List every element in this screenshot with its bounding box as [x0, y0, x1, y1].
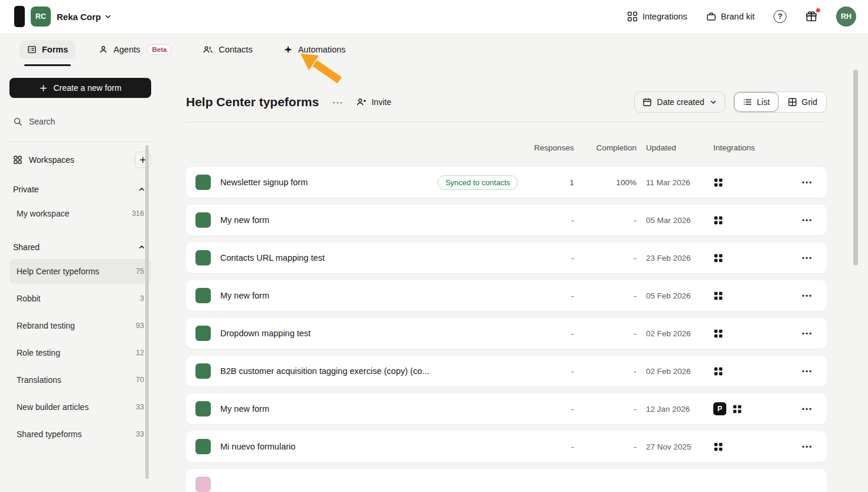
org-avatar[interactable]: RC — [31, 6, 51, 27]
section-shared-label: Shared — [13, 242, 40, 252]
integration-icon[interactable] — [713, 442, 723, 452]
table-row[interactable]: My new form - - 12 Jan 2026 P ••• — [186, 393, 827, 424]
sort-dropdown[interactable]: Date created — [634, 91, 725, 113]
table-row[interactable]: Contacts URL mapping test - - 23 Feb 202… — [186, 242, 827, 273]
sidebar-item-my-workspace[interactable]: My workspace 316 — [9, 201, 151, 226]
user-avatar[interactable]: RH — [836, 6, 856, 27]
integration-icon[interactable] — [713, 366, 723, 376]
table-row[interactable]: Dropdown mapping test - - 02 Feb 2026 ••… — [186, 318, 827, 349]
table-row[interactable]: B2B customer acquisition tagging exercis… — [186, 356, 827, 386]
responses-value: - — [524, 329, 574, 338]
row-more-button[interactable]: ••• — [788, 367, 827, 376]
search-placeholder: Search — [29, 117, 55, 126]
sidebar-item-rebrand-testing[interactable]: Rebrand testing 93 — [9, 313, 151, 338]
row-more-button[interactable]: ••• — [788, 329, 827, 338]
column-responses: Responses — [524, 143, 574, 152]
view-list-button[interactable]: List — [734, 92, 779, 112]
table-row[interactable]: My new form - - 05 Feb 2026 ••• — [186, 280, 827, 311]
form-name[interactable]: Mi nuevo formulario — [220, 442, 295, 451]
brand-kit-link[interactable]: Brand kit — [706, 12, 755, 22]
workspace-count: 70 — [136, 376, 144, 384]
row-more-button[interactable]: ••• — [788, 405, 827, 414]
workspace-count: 316 — [132, 209, 144, 218]
partner-integration-badge[interactable]: P — [713, 402, 726, 415]
sidebar-item-translations[interactable]: Translations 70 — [9, 368, 151, 392]
completion-value: 100% — [574, 178, 637, 187]
create-form-button[interactable]: Create a new form — [9, 78, 151, 98]
tab-forms-label: Forms — [42, 45, 68, 54]
view-list-label: List — [757, 97, 770, 107]
tab-contacts[interactable]: Contacts — [195, 33, 260, 66]
table-row[interactable]: Mi nuevo formulario - - 27 Nov 2025 ••• — [186, 431, 827, 462]
sidebar-item-help-center-typeforms[interactable]: Help Center typeforms 75 — [9, 259, 151, 284]
create-form-label: Create a new form — [53, 83, 121, 93]
form-thumbnail — [195, 363, 211, 379]
table-row[interactable] — [186, 469, 827, 492]
whats-new-button[interactable] — [805, 11, 817, 22]
section-private[interactable]: Private — [9, 180, 151, 199]
updated-value: 12 Jan 2026 — [637, 405, 713, 414]
tab-automations[interactable]: Automations — [276, 33, 354, 66]
form-name[interactable]: B2B customer acquisition tagging exercis… — [220, 366, 429, 376]
integration-icon[interactable] — [713, 215, 723, 225]
tab-forms[interactable]: Forms — [19, 33, 76, 66]
integration-icon[interactable] — [713, 291, 723, 301]
primary-nav: Forms Agents Beta Contacts Automations — [0, 33, 868, 66]
form-thumbnail — [195, 212, 211, 228]
form-name[interactable]: My new form — [220, 404, 269, 414]
updated-value: 05 Feb 2026 — [637, 291, 713, 300]
search-input[interactable]: Search — [9, 112, 151, 131]
row-more-button[interactable]: ••• — [788, 178, 827, 187]
form-name[interactable]: My new form — [220, 215, 269, 225]
sidebar-item-new-builder-articles[interactable]: New builder articles 33 — [9, 395, 151, 419]
table-row[interactable]: My new form - - 05 Mar 2026 ••• — [186, 205, 827, 235]
sidebar-item-robbit[interactable]: Robbit 3 — [9, 286, 151, 311]
form-name[interactable]: Newsletter signup form — [220, 178, 308, 187]
updated-value: 27 Nov 2025 — [637, 442, 713, 451]
sidebar-item-role-testing[interactable]: Role testing 12 — [9, 340, 151, 365]
row-more-button[interactable]: ••• — [788, 291, 827, 300]
invite-button[interactable]: Invite — [356, 97, 391, 107]
row-more-button[interactable]: ••• — [788, 216, 827, 225]
tab-agents[interactable]: Agents Beta — [91, 33, 180, 66]
table-row[interactable]: Newsletter signup form Synced to contact… — [186, 167, 827, 198]
org-switcher[interactable]: Reka Corp — [57, 12, 112, 22]
brand-kit-label: Brand kit — [721, 12, 755, 21]
integration-icon[interactable] — [713, 329, 723, 339]
sidebar-item-shared-typeforms[interactable]: Shared typeforms 33 — [9, 422, 151, 447]
row-more-button[interactable]: ••• — [788, 442, 827, 451]
search-icon — [13, 117, 22, 126]
integration-icon[interactable] — [713, 178, 723, 188]
help-button[interactable]: ? — [774, 10, 787, 23]
integrations-label: Integrations — [642, 12, 687, 21]
workspaces-icon — [13, 155, 22, 165]
form-thumbnail — [195, 175, 211, 190]
row-more-button[interactable]: ••• — [788, 254, 827, 263]
page-title: Help Center typeforms — [186, 95, 319, 109]
workspace-more-button[interactable]: ⋯ — [331, 97, 344, 108]
integrations-link[interactable]: Integrations — [627, 11, 687, 22]
form-name[interactable]: My new form — [220, 291, 269, 300]
completion-value: - — [574, 405, 637, 414]
main-scrollbar[interactable] — [853, 70, 858, 265]
view-toggle: List Grid — [733, 91, 827, 113]
top-bar: RC Reka Corp Integrations Brand kit ? RH — [0, 0, 868, 33]
main-panel: Help Center typeforms ⋯ Invite Date crea… — [161, 66, 868, 492]
sidebar-scrollbar[interactable] — [145, 145, 149, 479]
sidebar: Create a new form Search Workspaces Priv… — [0, 66, 161, 492]
integration-icon[interactable] — [713, 253, 723, 263]
section-shared[interactable]: Shared — [9, 238, 151, 257]
completion-value: - — [574, 367, 637, 376]
integration-icon[interactable] — [732, 404, 742, 414]
view-grid-label: Grid — [802, 97, 817, 107]
workspaces-header: Workspaces — [9, 142, 151, 168]
view-grid-button[interactable]: Grid — [779, 92, 826, 112]
calendar-icon — [642, 97, 652, 107]
form-name[interactable]: Dropdown mapping test — [220, 329, 311, 338]
form-name[interactable]: Contacts URL mapping test — [220, 253, 325, 263]
updated-value: 23 Feb 2026 — [637, 254, 713, 263]
completion-value: - — [574, 216, 637, 225]
updated-value: 02 Feb 2026 — [637, 367, 713, 376]
typeform-logo[interactable] — [14, 6, 25, 27]
notification-dot — [816, 8, 820, 12]
